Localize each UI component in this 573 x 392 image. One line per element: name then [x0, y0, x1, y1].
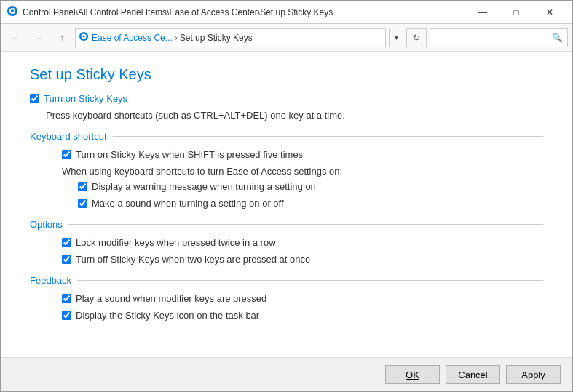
ok-button[interactable]: OK [385, 365, 440, 384]
address-dropdown-button[interactable]: ▼ [389, 28, 403, 47]
maximize-button[interactable]: □ [499, 1, 533, 24]
up-button[interactable]: ↑ [52, 28, 72, 48]
play-sound-label[interactable]: Play a sound when modifier keys are pres… [76, 293, 266, 304]
turn-on-sticky-keys-label[interactable]: Turn on Sticky Keys [44, 93, 127, 104]
window-controls: — □ ✕ [466, 1, 566, 24]
breadcrumb-current: Set up Sticky Keys [180, 33, 253, 43]
refresh-button[interactable]: ↻ [406, 28, 427, 47]
main-option-row: Turn on Sticky Keys [30, 93, 543, 104]
options-section: Options Lock modifier keys when pressed … [30, 219, 543, 265]
cancel-button[interactable]: Cancel [446, 365, 500, 384]
display-warning-checkbox[interactable] [78, 182, 87, 191]
page-title: Set up Sticky Keys [30, 66, 543, 83]
address-icon [79, 31, 89, 44]
options-label: Options [30, 219, 63, 230]
forward-button[interactable]: → [28, 28, 49, 48]
keyboard-shortcut-header: Keyboard shortcut [30, 131, 543, 142]
shift-five-times-checkbox[interactable] [62, 150, 71, 159]
shift-five-times-label[interactable]: Turn on Sticky Keys when SHIFT is presse… [76, 149, 303, 160]
search-box[interactable]: 🔍 [430, 28, 568, 47]
content-area: Set up Sticky Keys Turn on Sticky Keys P… [1, 52, 572, 357]
make-sound-checkbox[interactable] [78, 199, 87, 208]
svg-point-5 [83, 36, 85, 38]
button-bar: OK Cancel Apply [1, 357, 572, 391]
options-line [68, 224, 543, 225]
turn-on-sticky-keys-checkbox[interactable] [30, 94, 39, 103]
search-icon: 🔍 [552, 33, 563, 43]
sticky-keys-description: Press keyboard shortcuts (such as CTRL+A… [46, 110, 543, 121]
option-row-warning: Display a warning message when turning a… [78, 181, 543, 192]
minimize-button[interactable]: — [466, 1, 499, 24]
turn-off-two-keys-checkbox[interactable] [62, 255, 71, 264]
display-icon-checkbox[interactable] [62, 311, 71, 320]
turn-off-two-keys-label[interactable]: Turn off Sticky Keys when two keys are p… [76, 254, 310, 265]
address-bar: ← → ↑ Ease of Access Ce... › Set up Stic… [1, 24, 572, 52]
display-warning-label[interactable]: Display a warning message when turning a… [92, 181, 316, 192]
lock-modifier-label[interactable]: Lock modifier keys when pressed twice in… [76, 237, 276, 248]
svg-point-2 [11, 9, 14, 12]
options-header: Options [30, 219, 543, 230]
feedback-section: Feedback Play a sound when modifier keys… [30, 275, 543, 321]
display-icon-label[interactable]: Display the Sticky Keys icon on the task… [76, 310, 259, 321]
breadcrumb-separator: › [175, 33, 178, 43]
title-bar: Control Panel\All Control Panel Items\Ea… [1, 1, 572, 24]
option-row-turnoff: Turn off Sticky Keys when two keys are p… [62, 254, 543, 265]
feedback-header: Feedback [30, 275, 543, 286]
using-keyboard-label: When using keyboard shortcuts to turn Ea… [62, 166, 543, 177]
address-field[interactable]: Ease of Access Ce... › Set up Sticky Key… [75, 28, 386, 47]
keyboard-shortcut-section: Keyboard shortcut Turn on Sticky Keys wh… [30, 131, 543, 209]
option-row-lock: Lock modifier keys when pressed twice in… [62, 237, 543, 248]
apply-button[interactable]: Apply [506, 365, 561, 384]
title-bar-text: Control Panel\All Control Panel Items\Ea… [23, 7, 466, 17]
option-row-shift: Turn on Sticky Keys when SHIFT is presse… [62, 149, 543, 160]
title-bar-icon [7, 5, 18, 20]
feedback-line [77, 280, 543, 281]
option-row-play-sound: Play a sound when modifier keys are pres… [62, 293, 543, 304]
close-button[interactable]: ✕ [533, 1, 566, 24]
breadcrumb-ease-link[interactable]: Ease of Access Ce... [92, 33, 173, 43]
keyboard-shortcut-label: Keyboard shortcut [30, 131, 107, 142]
option-row-sound: Make a sound when turning a setting on o… [78, 198, 543, 209]
keyboard-shortcut-line [113, 136, 543, 137]
play-sound-checkbox[interactable] [62, 294, 71, 303]
back-button[interactable]: ← [5, 28, 25, 48]
lock-modifier-checkbox[interactable] [62, 238, 71, 247]
feedback-label: Feedback [30, 275, 71, 286]
main-window: Control Panel\All Control Panel Items\Ea… [0, 0, 573, 392]
make-sound-label[interactable]: Make a sound when turning a setting on o… [92, 198, 284, 209]
option-row-display-icon: Display the Sticky Keys icon on the task… [62, 310, 543, 321]
